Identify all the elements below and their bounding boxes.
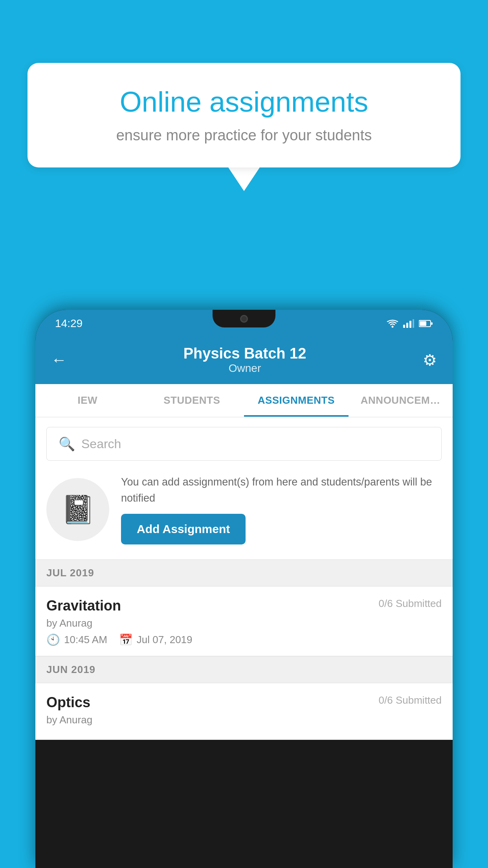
tabs-bar: IEW STUDENTS ASSIGNMENTS ANNOUNCEM… (35, 384, 453, 417)
tab-iew[interactable]: IEW (35, 384, 140, 417)
battery-icon (419, 320, 433, 327)
calendar-icon: 📅 (119, 633, 133, 646)
status-time: 14:29 (55, 317, 83, 330)
meta-date-gravitation: 📅 Jul 07, 2019 (119, 633, 193, 646)
notch-camera (240, 315, 248, 323)
app-header: ← Physics Batch 12 Owner ⚙ (35, 337, 453, 384)
speech-bubble-title: Online assignments (55, 86, 433, 118)
add-assignment-button[interactable]: Add Assignment (121, 514, 246, 544)
header-center: Physics Batch 12 Owner (183, 345, 306, 375)
header-title: Physics Batch 12 (183, 345, 306, 362)
screen-content: 🔍 Search 📓 You can add assignment(s) fro… (35, 417, 453, 740)
svg-rect-2 (406, 323, 408, 328)
assignment-author-optics: by Anurag (46, 714, 442, 726)
svg-rect-3 (409, 321, 411, 328)
status-bar: 14:29 (35, 310, 453, 337)
promo-card: 📓 You can add assignment(s) from here an… (46, 470, 442, 548)
assignment-status-optics: 0/6 Submitted (379, 694, 442, 706)
speech-bubble-subtitle: ensure more practice for your students (55, 127, 433, 144)
section-header-jul: JUL 2019 (35, 559, 453, 587)
promo-text-col: You can add assignment(s) from here and … (121, 474, 442, 544)
svg-rect-7 (420, 321, 426, 326)
settings-icon[interactable]: ⚙ (423, 351, 437, 369)
assignment-meta-gravitation: 🕙 10:45 AM 📅 Jul 07, 2019 (46, 633, 442, 646)
search-bar[interactable]: 🔍 Search (46, 427, 442, 461)
svg-point-0 (392, 326, 394, 328)
tab-assignments[interactable]: ASSIGNMENTS (244, 384, 349, 417)
tab-students[interactable]: STUDENTS (140, 384, 244, 417)
promo-description: You can add assignment(s) from here and … (121, 474, 442, 506)
svg-rect-1 (403, 325, 405, 328)
assignment-author-gravitation: by Anurag (46, 617, 442, 629)
assignment-status-gravitation: 0/6 Submitted (379, 598, 442, 610)
search-icon: 🔍 (59, 436, 75, 452)
clock-icon: 🕙 (46, 633, 60, 646)
notch (213, 310, 275, 327)
assignment-item-optics[interactable]: Optics 0/6 Submitted by Anurag (35, 683, 453, 740)
assignment-row-top-optics: Optics 0/6 Submitted (46, 694, 442, 711)
status-icons (387, 319, 433, 328)
back-button[interactable]: ← (51, 351, 67, 369)
svg-rect-4 (413, 319, 414, 328)
assignment-name-optics: Optics (46, 694, 90, 711)
search-placeholder: Search (81, 437, 121, 451)
promo-icon-circle: 📓 (46, 478, 109, 541)
speech-bubble: Online assignments ensure more practice … (28, 63, 460, 167)
signal-icon (403, 319, 414, 328)
assignment-row-top: Gravitation 0/6 Submitted (46, 598, 442, 614)
header-subtitle: Owner (183, 362, 306, 375)
svg-rect-6 (431, 322, 433, 325)
speech-bubble-wrapper: Online assignments ensure more practice … (28, 63, 460, 191)
section-header-jun: JUN 2019 (35, 656, 453, 683)
phone: 14:29 (35, 310, 453, 868)
speech-bubble-arrow (228, 167, 260, 191)
wifi-icon (387, 319, 398, 328)
assignment-name-gravitation: Gravitation (46, 598, 121, 614)
tab-announcements[interactable]: ANNOUNCEM… (349, 384, 453, 417)
meta-time-gravitation: 🕙 10:45 AM (46, 633, 107, 646)
notebook-icon: 📓 (61, 493, 95, 526)
assignment-item-gravitation[interactable]: Gravitation 0/6 Submitted by Anurag 🕙 10… (35, 587, 453, 656)
